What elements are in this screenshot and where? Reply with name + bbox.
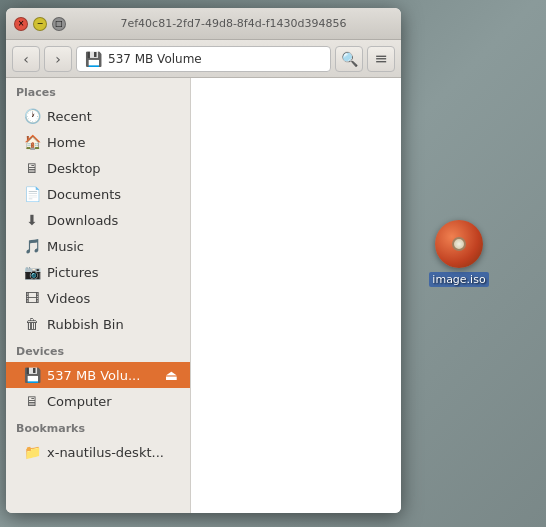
sidebar-section-devices: Devices xyxy=(6,337,190,362)
disc-graphic xyxy=(435,220,483,268)
sidebar-section-bookmarks: Bookmarks xyxy=(6,414,190,439)
sidebar-item-label: Desktop xyxy=(47,161,182,176)
sidebar-item-downloads[interactable]: ⬇ Downloads xyxy=(6,207,190,233)
recent-icon: 🕐 xyxy=(24,108,40,124)
sidebar-item-desktop[interactable]: 🖥 Desktop xyxy=(6,155,190,181)
desktop-file-icon[interactable]: image.iso xyxy=(424,220,494,287)
sidebar-item-documents[interactable]: 📄 Documents xyxy=(6,181,190,207)
documents-icon: 📄 xyxy=(24,186,40,202)
forward-button[interactable]: › xyxy=(44,46,72,72)
disc-center xyxy=(452,237,466,251)
sidebar-item-label: Computer xyxy=(47,394,182,409)
sidebar-item-label: Downloads xyxy=(47,213,182,228)
bookmark-folder-icon: 📁 xyxy=(24,444,40,460)
toolbar: ‹ › 💾 537 MB Volume 🔍 ≡ xyxy=(6,40,401,78)
sidebar-item-label: Music xyxy=(47,239,182,254)
close-button[interactable]: × xyxy=(14,17,28,31)
titlebar: × − □ 7ef40c81-2fd7-49d8-8f4d-f1430d3948… xyxy=(6,8,401,40)
iso-disc-icon xyxy=(435,220,483,268)
rubbish-bin-icon: 🗑 xyxy=(24,316,40,332)
minimize-button[interactable]: − xyxy=(33,17,47,31)
window-controls: × − □ xyxy=(14,17,66,31)
sidebar-section-places: Places xyxy=(6,78,190,103)
home-icon: 🏠 xyxy=(24,134,40,150)
sidebar-item-computer[interactable]: 🖥 Computer xyxy=(6,388,190,414)
sidebar-item-label: x-nautilus-deskt... xyxy=(47,445,182,460)
sidebar-item-label: Pictures xyxy=(47,265,182,280)
main-panel[interactable] xyxy=(191,78,401,513)
videos-icon: 🎞 xyxy=(24,290,40,306)
sidebar-item-bookmark1[interactable]: 📁 x-nautilus-deskt... xyxy=(6,439,190,465)
sidebar-item-videos[interactable]: 🎞 Videos xyxy=(6,285,190,311)
location-bar[interactable]: 💾 537 MB Volume xyxy=(76,46,331,72)
location-drive-icon: 💾 xyxy=(85,51,102,67)
sidebar-item-pictures[interactable]: 📷 Pictures xyxy=(6,259,190,285)
pictures-icon: 📷 xyxy=(24,264,40,280)
sidebar-item-label: Home xyxy=(47,135,182,150)
file-label: image.iso xyxy=(429,272,488,287)
search-button[interactable]: 🔍 xyxy=(335,46,363,72)
eject-icon[interactable]: ⏏ xyxy=(165,367,178,383)
maximize-button[interactable]: □ xyxy=(52,17,66,31)
desktop-icon-sidebar: 🖥 xyxy=(24,160,40,176)
sidebar-item-label: 537 MB Volu... xyxy=(47,368,158,383)
sidebar-item-label: Videos xyxy=(47,291,182,306)
computer-icon: 🖥 xyxy=(24,393,40,409)
location-text: 537 MB Volume xyxy=(108,52,202,66)
downloads-icon: ⬇ xyxy=(24,212,40,228)
sidebar: Places 🕐 Recent 🏠 Home 🖥 Desktop 📄 Docum… xyxy=(6,78,191,513)
window-title: 7ef40c81-2fd7-49d8-8f4d-f1430d394856 xyxy=(74,17,393,30)
sidebar-item-music[interactable]: 🎵 Music xyxy=(6,233,190,259)
menu-button[interactable]: ≡ xyxy=(367,46,395,72)
sidebar-item-recent[interactable]: 🕐 Recent xyxy=(6,103,190,129)
sidebar-item-volume[interactable]: 💾 537 MB Volu... ⏏ xyxy=(6,362,190,388)
music-icon: 🎵 xyxy=(24,238,40,254)
sidebar-item-label: Documents xyxy=(47,187,182,202)
sidebar-item-home[interactable]: 🏠 Home xyxy=(6,129,190,155)
file-manager-window: × − □ 7ef40c81-2fd7-49d8-8f4d-f1430d3948… xyxy=(6,8,401,513)
volume-icon: 💾 xyxy=(24,367,40,383)
back-button[interactable]: ‹ xyxy=(12,46,40,72)
sidebar-item-rubbish-bin[interactable]: 🗑 Rubbish Bin xyxy=(6,311,190,337)
sidebar-item-label: Rubbish Bin xyxy=(47,317,182,332)
sidebar-item-label: Recent xyxy=(47,109,182,124)
content-area: Places 🕐 Recent 🏠 Home 🖥 Desktop 📄 Docum… xyxy=(6,78,401,513)
